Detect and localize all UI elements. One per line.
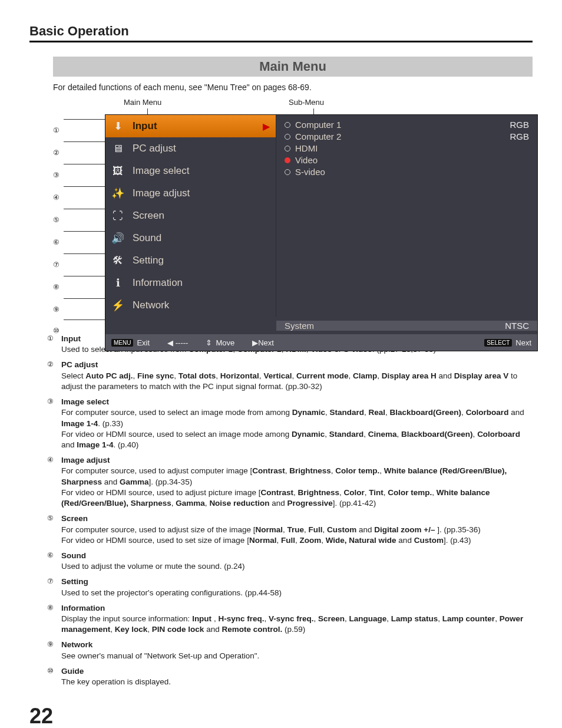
tick-line [313, 108, 314, 114]
description-item: ⑩GuideThe key operation is displayed. [47, 666, 533, 687]
submenu-item[interactable]: S-video [285, 166, 529, 177]
menu-key-icon: MENU [111, 339, 133, 347]
submenu-item-label: Computer 2 [295, 131, 341, 141]
osd-submenu-area: Computer 1RGBComputer 2RGBHDMIVideoS-vid… [276, 115, 537, 181]
description-item: ④Image adjustFor computer source, used t… [47, 455, 533, 509]
menu-item-information[interactable]: ℹInformation [105, 272, 276, 294]
radio-unselected-icon [285, 122, 290, 128]
callout-number: ⑤ [53, 209, 65, 231]
menu-item-sound[interactable]: 🔊Sound [105, 227, 276, 249]
imgadj-icon: ✨ [109, 185, 127, 202]
menu-item-input[interactable]: ⬇Input▶ [105, 115, 276, 137]
radio-unselected-icon [285, 134, 290, 140]
description-number: ⑧ [47, 603, 61, 635]
chevron-right-icon: ▶ [263, 121, 270, 132]
submenu-item-label: HDMI [295, 143, 318, 153]
guide-back: ◀ ----- [167, 338, 188, 347]
description-number: ⑩ [47, 666, 61, 687]
subnote-text: For detailed functions of each menu, see… [53, 83, 533, 92]
callout-number: ⑧ [53, 276, 65, 298]
callout-number: ⑦ [53, 253, 65, 276]
menu-diagram: Main Menu Sub-Menu ①②③④⑤⑥⑦⑧⑨⑩ ⬇Input▶🖥PC… [53, 98, 533, 328]
description-number: ④ [47, 455, 61, 509]
submenu-item-label: S-video [295, 167, 325, 177]
menu-item-label: Setting [133, 255, 164, 266]
description-item: ⑨NetworkSee owner's manual of "Network S… [47, 640, 533, 661]
description-item: ⑦SettingUsed to set the projector's oper… [47, 577, 533, 598]
description-title: Sound [61, 551, 533, 561]
description-item: ⑧InformationDisplay the input source inf… [47, 603, 533, 635]
submenu-item-value: RGB [510, 131, 529, 141]
description-text: For computer source, used to select an i… [61, 407, 533, 450]
sound-icon: 🔊 [109, 230, 127, 246]
description-list: ①InputUsed to select an input source fro… [47, 334, 533, 687]
submenu-item[interactable]: Video [285, 154, 529, 166]
guide-next-label: Next [515, 338, 531, 347]
menu-item-label: Sound [133, 232, 161, 244]
column-label-sub: Sub-Menu [289, 98, 324, 107]
radio-unselected-icon [285, 146, 290, 151]
menu-item-network[interactable]: ⚡Network [105, 294, 276, 317]
description-title: PC adjust [61, 360, 533, 370]
description-title: Screen [61, 513, 533, 524]
description-number: ⑤ [47, 513, 61, 546]
description-number: ⑦ [47, 577, 61, 598]
pc-icon: 🖥 [109, 140, 127, 157]
submenu-item-label: Video [295, 155, 318, 165]
menu-item-label: PC adjust [133, 143, 176, 154]
menu-item-label: Image select [133, 165, 189, 177]
menu-item-image-adjust[interactable]: ✨Image adjust [105, 182, 276, 205]
main-menu-title-bar: Main Menu [53, 57, 533, 77]
description-item: ⑤ScreenFor computer source, used to adju… [47, 513, 533, 546]
description-number: ③ [47, 397, 61, 450]
menu-item-label: Network [133, 299, 169, 311]
submenu-item-value: RGB [510, 120, 529, 130]
menu-item-screen[interactable]: ⛶Screen [105, 205, 276, 227]
description-number: ⑨ [47, 640, 61, 661]
menu-item-image-select[interactable]: 🖼Image select [105, 160, 276, 182]
submenu-item[interactable]: Computer 2RGB [285, 130, 529, 142]
guide-select-next: SELECT Next [484, 338, 531, 347]
radio-unselected-icon [285, 169, 290, 175]
callout-number: ① [53, 119, 65, 141]
tick-line [147, 108, 148, 114]
column-label-main: Main Menu [124, 98, 161, 107]
section-heading: Basic Operation [29, 24, 533, 42]
screen-icon: ⛶ [109, 207, 127, 224]
description-text: For computer source, used to adjust comp… [61, 466, 533, 509]
menu-item-setting[interactable]: 🛠Setting [105, 249, 276, 272]
menu-item-pc-adjust[interactable]: 🖥PC adjust [105, 137, 276, 160]
imgsel-icon: 🖼 [109, 163, 127, 179]
radio-selected-icon [285, 157, 290, 163]
description-title: Network [61, 640, 533, 650]
guide-exit-label: Exit [137, 338, 150, 347]
submenu-item[interactable]: Computer 1RGB [285, 118, 529, 130]
guide-move-label: Move [216, 338, 234, 347]
info-icon: ℹ [109, 275, 127, 291]
description-text: Display the input source information: In… [61, 614, 533, 635]
description-text: The key operation is displayed. [61, 677, 533, 687]
menu-item-label: Screen [133, 210, 164, 222]
osd-system-row: System NTSC [105, 317, 537, 334]
description-item: ②PC adjustSelect Auto PC adj., Fine sync… [47, 360, 533, 392]
menu-item-label: Input [133, 120, 157, 132]
network-icon: ⚡ [109, 297, 127, 314]
setting-icon: 🛠 [109, 252, 127, 269]
callout-number: ⑥ [53, 231, 65, 253]
updown-icon: ⇕ [206, 338, 212, 347]
callout-number-column: ①②③④⑤⑥⑦⑧⑨⑩ [53, 119, 65, 337]
description-title: Image adjust [61, 455, 533, 466]
page-number: 22 [29, 704, 533, 728]
leader-lines [64, 119, 105, 337]
description-number: ⑥ [47, 551, 61, 572]
callout-number: ④ [53, 186, 65, 209]
submenu-item[interactable]: HDMI [285, 142, 529, 154]
description-text: Used to adjust the volume or mute the so… [61, 561, 533, 572]
description-title: Setting [61, 577, 533, 587]
guide-exit: MENU Exit [111, 338, 150, 347]
description-text: Used to set the projector's operating co… [61, 588, 533, 598]
guide-move: ⇕ Move [206, 338, 234, 347]
select-key-icon: SELECT [484, 339, 512, 347]
callout-number: ③ [53, 164, 65, 186]
description-title: Guide [61, 666, 533, 677]
